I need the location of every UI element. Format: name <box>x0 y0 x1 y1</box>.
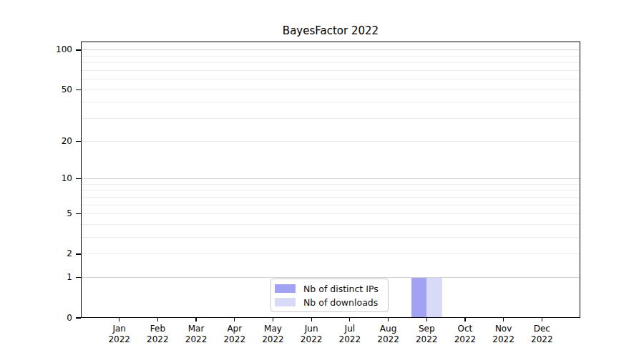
legend-item-distinct-ips: Nb of distinct IPs <box>275 284 388 294</box>
y-minor-gridline <box>81 197 580 198</box>
y-tick-label: 0 <box>36 313 72 324</box>
legend-label-downloads: Nb of downloads <box>303 297 378 308</box>
y-tick-mark <box>76 90 81 90</box>
chart-title: BayesFactor 2022 <box>81 24 580 37</box>
y-minor-gridline <box>81 56 580 57</box>
y-minor-gridline <box>81 90 580 90</box>
y-minor-gridline <box>81 184 580 185</box>
y-minor-gridline <box>81 253 580 254</box>
bar-nb-of-distinct-ips <box>411 278 426 318</box>
y-tick-label: 10 <box>36 173 72 184</box>
x-tick-label: Dec 2022 <box>519 324 565 345</box>
y-minor-gridline <box>81 237 580 238</box>
x-tick-mark <box>195 318 196 321</box>
y-tick-label: 1 <box>36 272 72 283</box>
y-tick-mark <box>76 178 81 179</box>
x-tick-mark <box>119 318 119 321</box>
y-tick-label: 5 <box>36 208 72 219</box>
plot-area: 0125102050100Jan 2022Feb 2022Mar 2022Apr… <box>81 42 580 318</box>
y-minor-gridline <box>81 102 580 102</box>
legend-swatch-distinct-ips <box>275 284 296 293</box>
x-tick-mark <box>464 318 465 321</box>
y-minor-gridline <box>81 79 580 79</box>
bar-nb-of-downloads <box>426 278 441 318</box>
x-tick-mark <box>234 318 235 321</box>
x-tick-mark <box>426 318 427 321</box>
y-tick-label: 20 <box>36 136 72 147</box>
y-tick-label: 50 <box>36 84 72 95</box>
y-tick-mark <box>76 213 81 214</box>
y-minor-gridline <box>81 213 580 214</box>
y-tick-mark <box>76 253 81 254</box>
legend-swatch-downloads <box>275 298 296 306</box>
y-tick-label: 2 <box>36 248 72 259</box>
y-major-gridline <box>81 49 580 50</box>
y-tick-mark <box>76 49 81 50</box>
y-tick-mark <box>76 317 81 318</box>
y-minor-gridline <box>81 62 580 63</box>
y-minor-gridline <box>81 141 580 142</box>
x-tick-mark <box>503 318 504 321</box>
y-minor-gridline <box>81 70 580 71</box>
legend: Nb of distinct IPs Nb of downloads <box>270 279 389 312</box>
y-tick-mark <box>76 277 81 278</box>
y-minor-gridline <box>81 118 580 119</box>
plot-frame <box>81 42 580 318</box>
y-minor-gridline <box>81 205 580 205</box>
x-tick-mark <box>311 318 312 321</box>
legend-item-downloads: Nb of downloads <box>275 297 388 308</box>
y-minor-gridline <box>81 224 580 225</box>
x-tick-mark <box>273 318 273 321</box>
figure: BayesFactor 2022 0125102050100Jan 2022Fe… <box>0 0 644 358</box>
legend-label-distinct-ips: Nb of distinct IPs <box>303 284 379 294</box>
x-tick-mark <box>388 318 389 321</box>
y-major-gridline <box>81 178 580 179</box>
y-tick-mark <box>76 141 81 142</box>
x-tick-mark <box>349 318 350 321</box>
x-tick-mark <box>157 318 158 321</box>
y-minor-gridline <box>81 190 580 190</box>
y-tick-label: 100 <box>36 44 72 55</box>
x-tick-mark <box>542 318 542 321</box>
